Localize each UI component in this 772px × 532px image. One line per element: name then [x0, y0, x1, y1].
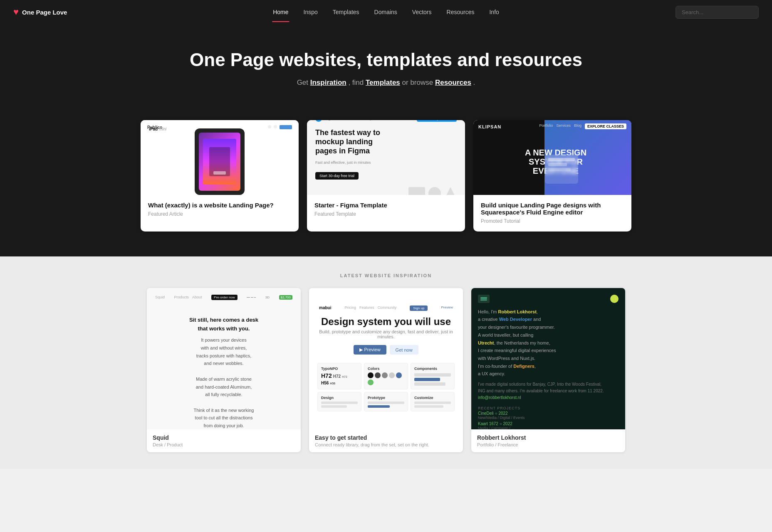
- featured-section: Publico iPad: [0, 120, 772, 256]
- logo[interactable]: ♥ One Page Love: [13, 7, 67, 17]
- klipsan-card-tag: Promoted Tutorial: [481, 218, 624, 224]
- squid-card-image: Squid ProductsAbout Pre-order now 3D $2,…: [147, 288, 301, 429]
- subtitle-post: or browse: [402, 79, 435, 86]
- inspiration-link[interactable]: Inspiration: [310, 79, 346, 86]
- klipsan-card-body: Build unique Landing Page designs with S…: [473, 195, 631, 232]
- nav-item-inspo[interactable]: Inspo: [297, 6, 324, 18]
- nav-item-resources[interactable]: Resources: [440, 6, 481, 18]
- figma-card-sim-title: The fastest way to mockup landing pages …: [315, 128, 380, 155]
- figma-card-title: Starter - Figma Template: [314, 202, 458, 209]
- logo-text: One Page Love: [22, 9, 67, 16]
- mabui-footer: Easy to get started Connect ready librar…: [309, 429, 463, 452]
- inspo-card-mabui[interactable]: mabui PricingFeaturesCommunity Sign up P…: [309, 288, 463, 452]
- logo-heart-icon: ♥: [13, 7, 19, 17]
- templates-link[interactable]: Templates: [366, 79, 400, 86]
- inspo-card-squid[interactable]: Squid ProductsAbout Pre-order now 3D $2,…: [147, 288, 301, 452]
- robbert-title: Robbert Lokhorst: [477, 434, 619, 441]
- featured-card-klipsan[interactable]: KLIPSAN Portfolio Services Blog EXPLORE …: [473, 120, 631, 232]
- featured-cards-row: Publico iPad: [50, 120, 722, 232]
- mabui-card-image: mabui PricingFeaturesCommunity Sign up P…: [309, 288, 463, 429]
- squid-title: Squid: [153, 434, 295, 441]
- article-card-body: What (exactly) is a website Landing Page…: [141, 195, 299, 224]
- robbert-card-image: Hello, I'm Robbert Lokhorst, a creative …: [471, 288, 625, 429]
- article-card-title: What (exactly) is a website Landing Page…: [148, 202, 291, 209]
- mabui-footer-sub: Connect ready library, drag from the set…: [315, 442, 457, 447]
- nav-item-templates[interactable]: Templates: [326, 6, 366, 18]
- robbert-menu-icon: [478, 295, 490, 303]
- hero-section: One Page websites, templates and resourc…: [0, 24, 772, 120]
- header: ♥ One Page Love Home Inspo Templates Dom…: [0, 0, 772, 24]
- klipsan-card-image: KLIPSAN Portfolio Services Blog EXPLORE …: [473, 120, 631, 195]
- article-card-image: Publico iPad: [141, 120, 299, 195]
- section-label: LATEST WEBSITE INSPIRATION: [50, 273, 722, 278]
- subtitle-mid: , find: [348, 79, 366, 86]
- robbert-links: RECENT PROJECTS CineDeli ○ 2022 New/Medi…: [478, 406, 619, 429]
- squid-description: Sit still, here comes a deskthat works w…: [189, 316, 258, 429]
- squid-subtitle: Desk / Product: [153, 442, 295, 447]
- nav-item-info[interactable]: Info: [482, 6, 505, 18]
- figma-shapes: [408, 187, 457, 195]
- figma-card-body: Starter - Figma Template Featured Templa…: [307, 195, 465, 224]
- main-nav: Home Inspo Templates Domains Vectors Res…: [266, 6, 506, 18]
- featured-card-figma[interactable]: FigmaEditViewObjectText Get 30-day free …: [307, 120, 465, 232]
- robbert-footer: Robbert Lokhorst Portfolio / Freelance: [471, 429, 625, 452]
- figma-card-image: FigmaEditViewObjectText Get 30-day free …: [307, 120, 465, 195]
- nav-item-domains[interactable]: Domains: [368, 6, 404, 18]
- search-area: [676, 6, 759, 19]
- nav-item-home[interactable]: Home: [266, 6, 295, 18]
- design-system-sim: mabui PricingFeaturesCommunity Sign up P…: [309, 288, 463, 429]
- ds-big-title: Design system you will use: [321, 316, 451, 328]
- inspo-card-robbert[interactable]: Hello, I'm Robbert Lokhorst, a creative …: [471, 288, 625, 452]
- hero-title: One Page websites, templates and resourc…: [8, 49, 764, 71]
- figma-card-tag: Featured Template: [314, 211, 458, 217]
- inspo-grid: Squid ProductsAbout Pre-order now 3D $2,…: [50, 288, 722, 452]
- resources-link[interactable]: Resources: [435, 79, 471, 86]
- search-input[interactable]: [676, 6, 759, 19]
- subtitle-end: .: [473, 79, 475, 86]
- squid-card-footer: Squid Desk / Product: [147, 429, 301, 452]
- mabui-footer-title: Easy to get started: [315, 434, 457, 441]
- ds-buttons: ▶ Preview Get now: [354, 345, 418, 355]
- squid-sim: Squid ProductsAbout Pre-order now 3D $2,…: [147, 288, 301, 429]
- robbert-subtitle: Portfolio / Freelance: [477, 442, 619, 447]
- hero-subtitle: Get Inspiration , find Templates or brow…: [8, 79, 764, 87]
- robbert-status-dot: [610, 295, 619, 303]
- klipsan-card-title: Build unique Landing Page designs with S…: [481, 202, 624, 216]
- robbert-intro-text: Hello, I'm Robbert Lokhorst, a creative …: [478, 308, 619, 378]
- main-content: LATEST WEBSITE INSPIRATION Squid Product…: [0, 256, 772, 469]
- ds-secondary-btn[interactable]: Get now: [390, 345, 418, 355]
- subtitle-pre: Get: [297, 79, 310, 86]
- ds-subtitle: Build, prototype and customize any desig…: [317, 329, 455, 339]
- article-card-tag: Featured Article: [148, 211, 291, 217]
- ds-primary-btn[interactable]: ▶ Preview: [354, 345, 386, 355]
- robbert-header: [478, 295, 619, 303]
- featured-card-article[interactable]: Publico iPad: [141, 120, 299, 232]
- nav-item-vectors[interactable]: Vectors: [406, 6, 438, 18]
- robbert-sim: Hello, I'm Robbert Lokhorst, a creative …: [471, 288, 625, 429]
